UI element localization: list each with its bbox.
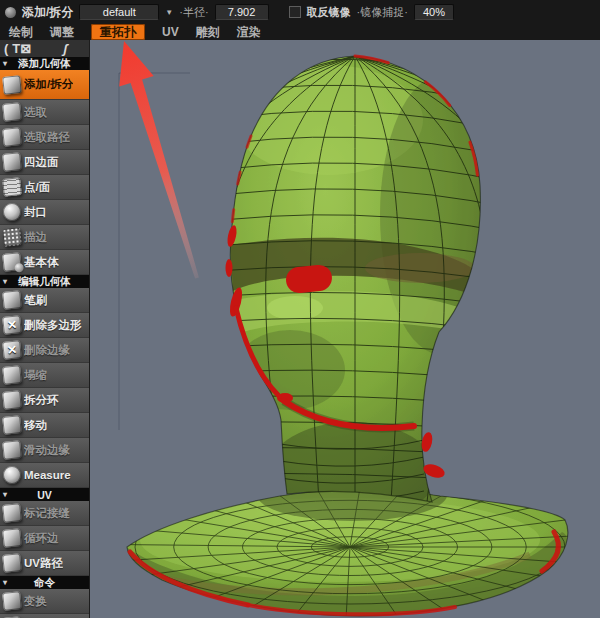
tab-paint[interactable]: 绘制 <box>9 26 33 38</box>
section-header[interactable]: ▾命令 <box>0 576 89 589</box>
sidebar-item[interactable]: 拆分环 <box>0 388 89 412</box>
sidebar-item-label: 笔刷 <box>24 293 47 308</box>
section-header[interactable]: ▾UV <box>0 488 89 501</box>
sidebar-item-label: 删除边缘 <box>24 343 70 358</box>
invert-mirror-label: 取反镜像 <box>307 5 351 20</box>
cube-icon <box>2 415 22 435</box>
collapse-triangle-icon: ▾ <box>3 278 7 286</box>
section-header-label: UV <box>37 489 52 501</box>
sidebar-item[interactable]: 滑动边缘 <box>0 438 89 462</box>
cross-icon: ✕ <box>2 340 22 360</box>
sidebar-item-label: 拆分环 <box>24 393 59 408</box>
section-header[interactable]: ▾编辑几何体 <box>0 275 89 288</box>
section-header-label: 编辑几何体 <box>18 275 71 289</box>
mirror-snap-value-field[interactable]: 40% <box>414 4 454 20</box>
sidebar-item[interactable]: 循环边 <box>0 526 89 550</box>
top-toolbar: 添加/拆分 default ▼ ·半径· 7.902 取反镜像 ·镜像捕捉· 4… <box>0 0 600 24</box>
stroke-options-row: (T⊠ʃ <box>0 40 89 57</box>
sidebar-item-label: 添加/拆分 <box>24 77 73 92</box>
section-header-label: 添加几何体 <box>18 57 71 71</box>
active-tool-label: 添加/拆分 <box>22 4 73 21</box>
sidebar-item[interactable]: 点/面 <box>0 175 89 199</box>
cube-icon <box>2 102 22 122</box>
mirror-snap-label: ·镜像捕捉· <box>357 5 408 20</box>
invert-mirror-checkbox[interactable] <box>289 6 301 18</box>
sidebar-item-label: 四边面 <box>24 155 59 170</box>
primitives-icon <box>2 252 22 272</box>
sidebar-item-label: 基本体 <box>24 255 59 270</box>
tab-sculpt[interactable]: 雕刻 <box>196 26 220 38</box>
cube-icon <box>2 152 22 172</box>
viewport-canvas[interactable] <box>90 40 600 618</box>
retopo-head-model <box>90 40 600 618</box>
section-header-label: 命令 <box>34 576 55 590</box>
cube-icon <box>2 75 22 95</box>
sidebar-item-label: UV路径 <box>24 556 63 571</box>
tab-tweak[interactable]: 调整 <box>50 26 74 38</box>
cube-icon <box>2 591 22 611</box>
cube-icon <box>2 440 22 460</box>
sidebar-item-label: 选取 <box>24 105 47 120</box>
sidebar-item-label: 移动 <box>24 418 47 433</box>
sidebar-item[interactable]: 塌缩 <box>0 363 89 387</box>
tab-uv[interactable]: UV <box>162 26 179 38</box>
sidebar-item[interactable]: Measure <box>0 463 89 487</box>
cube-icon <box>2 127 22 147</box>
sidebar-item[interactable]: 选取路径 <box>0 125 89 149</box>
tool-sphere-blob-icon <box>5 7 16 18</box>
cross-icon: ✕ <box>2 315 22 335</box>
section-header[interactable]: ▾添加几何体 <box>0 57 89 70</box>
cube-icon <box>2 503 22 523</box>
dots-icon <box>2 227 22 247</box>
sidebar-item-label: 选取路径 <box>24 130 70 145</box>
radius-label: ·半径· <box>179 5 208 20</box>
collapse-triangle-icon: ▾ <box>3 579 7 587</box>
sidebar-item[interactable]: 标记接缝 <box>0 501 89 525</box>
cube-icon <box>2 290 22 310</box>
sidebar-item[interactable]: 封口 <box>0 200 89 224</box>
sphere-icon <box>3 466 21 484</box>
radius-value-field[interactable]: 7.902 <box>215 4 269 20</box>
collapse-triangle-icon: ▾ <box>3 491 7 499</box>
grid-icon <box>2 177 22 197</box>
sidebar-item-label: 循环边 <box>24 531 59 546</box>
curve-stroke-icon[interactable]: ʃ <box>63 42 67 56</box>
sidebar-item[interactable]: UV路径 <box>0 551 89 575</box>
text-tool-icon[interactable]: T⊠ <box>12 42 31 56</box>
cube-icon <box>2 553 22 573</box>
sidebar-item[interactable] <box>0 614 89 618</box>
sidebar-item[interactable]: 描边 <box>0 225 89 249</box>
sidebar-item[interactable]: 移动 <box>0 413 89 437</box>
sidebar-item-label: Measure <box>24 469 71 481</box>
sidebar-item[interactable]: 选取 <box>0 100 89 124</box>
workspace-tab-bar: 绘制调整重拓扑UV雕刻渲染 <box>0 24 600 40</box>
sidebar-item-label: 塌缩 <box>24 368 47 383</box>
cube-icon <box>2 528 22 548</box>
sidebar-item-label: 封口 <box>24 205 47 220</box>
sidebar-item[interactable]: 四边面 <box>0 150 89 174</box>
sidebar-item-label: 变换 <box>24 594 47 609</box>
collapse-triangle-icon: ▾ <box>3 60 7 68</box>
sidebar-item-label: 点/面 <box>24 180 50 195</box>
tool-list: ▾添加几何体添加/拆分选取选取路径四边面点/面封口描边基本体▾编辑几何体笔刷✕删… <box>0 57 89 618</box>
sidebar-item-label: 标记接缝 <box>24 506 70 521</box>
preset-dropdown[interactable]: default <box>79 4 159 20</box>
sidebar-item[interactable]: ✕删除边缘 <box>0 338 89 362</box>
sidebar-item-label: 滑动边缘 <box>24 443 70 458</box>
sidebar-item[interactable]: 变换 <box>0 589 89 613</box>
sidebar-item-label: 描边 <box>24 230 47 245</box>
cube-icon <box>2 365 22 385</box>
cube-icon <box>2 390 22 410</box>
tab-retopo[interactable]: 重拓扑 <box>91 24 145 40</box>
sidebar-item[interactable]: 基本体 <box>0 250 89 274</box>
sphere-icon <box>3 203 21 221</box>
tool-sidebar: (T⊠ʃ ▾添加几何体添加/拆分选取选取路径四边面点/面封口描边基本体▾编辑几何… <box>0 40 90 618</box>
tab-render[interactable]: 渲染 <box>237 26 261 38</box>
paren-stroke-icon[interactable]: ( <box>4 42 8 56</box>
sidebar-item-label: 删除多边形 <box>24 318 82 333</box>
sidebar-item[interactable]: 添加/拆分 <box>0 70 89 99</box>
dropdown-arrow-icon[interactable]: ▼ <box>165 8 173 17</box>
sidebar-item[interactable]: 笔刷 <box>0 288 89 312</box>
sidebar-item[interactable]: ✕删除多边形 <box>0 313 89 337</box>
